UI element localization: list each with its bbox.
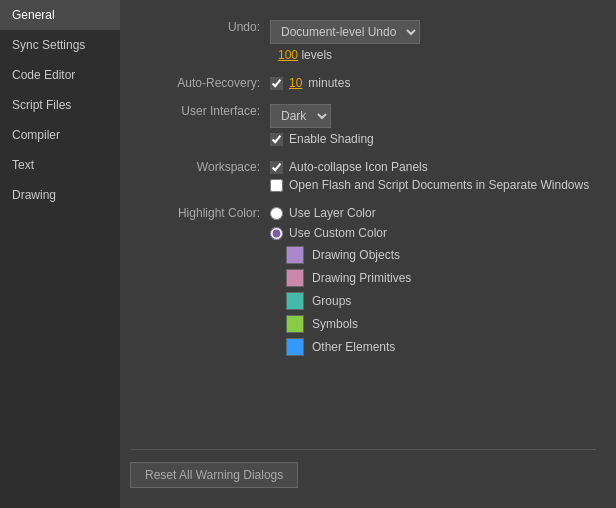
divider (130, 449, 596, 450)
color-item-drawing-objects: Drawing Objects (286, 246, 411, 264)
color-items-list: Drawing Objects Drawing Primitives Group… (286, 246, 411, 356)
autorecover-suffix: minutes (308, 76, 350, 90)
undo-select[interactable]: Document-level Undo Object-level Undo (270, 20, 420, 44)
open-flash-row: Open Flash and Script Documents in Separ… (270, 178, 589, 192)
symbols-label: Symbols (312, 317, 358, 331)
sidebar-item-general[interactable]: General (0, 0, 120, 30)
use-custom-color-label: Use Custom Color (289, 226, 387, 240)
autorecover-inner: 10 minutes (270, 76, 350, 90)
use-custom-color-radio[interactable] (270, 227, 283, 240)
enable-shading-row: Enable Shading (270, 132, 374, 146)
use-layer-color-row: Use Layer Color (270, 206, 411, 220)
other-elements-swatch[interactable] (286, 338, 304, 356)
undo-label: Undo: (130, 20, 270, 62)
ui-label: User Interface: (130, 104, 270, 146)
highlight-row: Highlight Color: Use Layer Color Use Cus… (130, 206, 596, 356)
autocollapse-row: Auto-collapse Icon Panels (270, 160, 589, 174)
open-flash-label: Open Flash and Script Documents in Separ… (289, 178, 589, 192)
sidebar-item-drawing[interactable]: Drawing (0, 180, 120, 210)
bottom-section: Reset All Warning Dialogs (130, 449, 596, 488)
workspace-label: Workspace: (130, 160, 270, 192)
sidebar-item-sync-settings[interactable]: Sync Settings (0, 30, 120, 60)
undo-levels-row: 100 levels (274, 48, 420, 62)
sidebar-item-compiler[interactable]: Compiler (0, 120, 120, 150)
enable-shading-label: Enable Shading (289, 132, 374, 146)
autocollapse-checkbox[interactable] (270, 161, 283, 174)
autocollapse-label: Auto-collapse Icon Panels (289, 160, 428, 174)
autorecover-minutes[interactable]: 10 (289, 76, 302, 90)
workspace-content: Auto-collapse Icon Panels Open Flash and… (270, 160, 589, 192)
color-item-groups: Groups (286, 292, 411, 310)
ui-select[interactable]: Dark Light (270, 104, 331, 128)
color-item-drawing-primitives: Drawing Primitives (286, 269, 411, 287)
main-content: Undo: Document-level Undo Object-level U… (120, 0, 616, 508)
sidebar-item-text[interactable]: Text (0, 150, 120, 180)
ui-select-wrapper: Dark Light (270, 104, 374, 128)
use-layer-color-radio[interactable] (270, 207, 283, 220)
use-layer-color-label: Use Layer Color (289, 206, 376, 220)
undo-content: Document-level Undo Object-level Undo 10… (270, 20, 420, 62)
autorecover-label: Auto-Recovery: (130, 76, 270, 90)
undo-row: Undo: Document-level Undo Object-level U… (130, 20, 596, 62)
enable-shading-checkbox[interactable] (270, 133, 283, 146)
highlight-label: Highlight Color: (130, 206, 270, 356)
drawing-primitives-swatch[interactable] (286, 269, 304, 287)
sidebar-item-script-files[interactable]: Script Files (0, 90, 120, 120)
open-flash-checkbox[interactable] (270, 179, 283, 192)
reset-warnings-button[interactable]: Reset All Warning Dialogs (130, 462, 298, 488)
groups-swatch[interactable] (286, 292, 304, 310)
sidebar: General Sync Settings Code Editor Script… (0, 0, 120, 508)
ui-content: Dark Light Enable Shading (270, 104, 374, 146)
color-item-symbols: Symbols (286, 315, 411, 333)
autorecover-content: 10 minutes (270, 76, 350, 90)
ui-row: User Interface: Dark Light Enable Shadin… (130, 104, 596, 146)
undo-levels-value[interactable]: 100 (278, 48, 298, 62)
color-item-other-elements: Other Elements (286, 338, 411, 356)
autorecover-checkbox[interactable] (270, 77, 283, 90)
use-custom-color-row: Use Custom Color (270, 226, 411, 240)
drawing-objects-swatch[interactable] (286, 246, 304, 264)
other-elements-label: Other Elements (312, 340, 395, 354)
groups-label: Groups (312, 294, 351, 308)
symbols-swatch[interactable] (286, 315, 304, 333)
undo-select-wrapper: Document-level Undo Object-level Undo (270, 20, 420, 44)
highlight-content: Use Layer Color Use Custom Color Drawing… (270, 206, 411, 356)
autorecover-row: Auto-Recovery: 10 minutes (130, 76, 596, 90)
workspace-row: Workspace: Auto-collapse Icon Panels Ope… (130, 160, 596, 192)
drawing-primitives-label: Drawing Primitives (312, 271, 411, 285)
sidebar-item-code-editor[interactable]: Code Editor (0, 60, 120, 90)
drawing-objects-label: Drawing Objects (312, 248, 400, 262)
